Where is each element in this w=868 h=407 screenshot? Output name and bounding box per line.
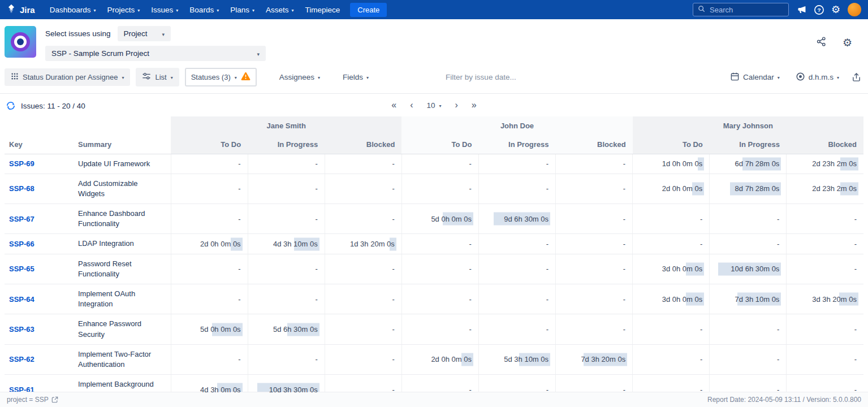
page-size-select[interactable]: 10 ▾	[426, 101, 441, 110]
next-page-button[interactable]: ›	[455, 101, 458, 110]
empty-duration: -	[392, 355, 394, 363]
column-header-key[interactable]: Key	[5, 135, 74, 154]
refresh-icon[interactable]	[6, 101, 16, 111]
header-corner	[5, 116, 171, 135]
report-type-select[interactable]: Status Duration per Assignee ▾	[5, 68, 130, 86]
duration-value: 7d 3h 20m 0s	[581, 355, 625, 363]
issue-summary: Update UI Framework	[74, 154, 171, 174]
issue-source-select[interactable]: Project ▾	[118, 26, 171, 41]
duration-cell: 3d 3h 20m 0s	[787, 284, 863, 314]
duration-cell: -	[171, 204, 248, 234]
issue-key-link[interactable]: SSP-63	[9, 325, 34, 334]
empty-duration: -	[315, 265, 317, 273]
duration-cell: -	[325, 174, 401, 204]
issue-key-link[interactable]: SSP-64	[9, 295, 34, 304]
duration-format-select[interactable]: d.h.m.s ▾	[792, 68, 843, 86]
first-page-button[interactable]: «	[391, 101, 396, 110]
report-settings-gear-icon[interactable]: ⚙	[843, 37, 852, 48]
issue-key-link[interactable]: SSP-67	[9, 215, 34, 223]
top-navigation: Jira Dashboards▾Projects▾Issues▾Boards▾P…	[0, 0, 868, 19]
issue-key-cell: SSP-67	[5, 204, 74, 234]
chevron-down-icon: ▾	[137, 8, 140, 13]
duration-value: 2d 0h 0m 0s	[200, 240, 241, 248]
duration-value: 2d 23h 2m 0s	[812, 159, 857, 168]
duration-cell: -	[171, 284, 248, 314]
issue-key-link[interactable]: SSP-68	[9, 184, 34, 193]
column-header-mary-johnson-in-progress[interactable]: In Progress	[710, 135, 787, 154]
calendar-select[interactable]: Calendar ▾	[727, 68, 783, 86]
report-toolbar: Status Duration per Assignee ▾ List ▾ St…	[0, 64, 868, 94]
empty-duration: -	[546, 159, 549, 168]
column-header-john-doe-in-progress[interactable]: In Progress	[478, 135, 555, 154]
duration-value: 7d 3h 10m 0s	[735, 295, 780, 304]
issue-key-link[interactable]: SSP-62	[9, 355, 34, 363]
chevron-down-icon: ▾	[439, 103, 442, 109]
statuses-filter[interactable]: Statuses (3) ▾	[185, 68, 257, 86]
duration-cell: -	[248, 204, 325, 234]
column-header-jane-smith-blocked[interactable]: Blocked	[325, 135, 401, 154]
brand-name: Jira	[20, 5, 35, 15]
external-link-icon[interactable]	[51, 396, 58, 403]
empty-duration: -	[392, 215, 394, 223]
fields-select[interactable]: Fields ▾	[339, 70, 372, 85]
settings-gear-icon[interactable]: ⚙	[827, 0, 844, 19]
nav-item-dashboards[interactable]: Dashboards▾	[44, 0, 102, 19]
empty-duration: -	[315, 355, 317, 363]
nav-item-timepiece[interactable]: Timepiece	[299, 0, 346, 19]
global-search[interactable]	[693, 3, 789, 16]
duration-cell: -	[401, 314, 478, 344]
issue-key-link[interactable]: SSP-65	[9, 265, 34, 273]
create-button[interactable]: Create	[350, 3, 387, 17]
nav-item-plans[interactable]: Plans▾	[224, 0, 260, 19]
nav-item-issues[interactable]: Issues▾	[145, 0, 184, 19]
column-header-mary-johnson-blocked[interactable]: Blocked	[787, 135, 863, 154]
issue-date-filter-input[interactable]: Filter by issue date...	[446, 73, 516, 81]
issue-key-link[interactable]: SSP-66	[9, 240, 34, 248]
project-select[interactable]: SSP - Sample Scrum Project ▾	[45, 46, 266, 61]
chevron-down-icon: ▾	[122, 75, 124, 80]
duration-value: 4d 3h 10m 0s	[273, 240, 318, 248]
issue-summary: Implement OAuth Integration	[74, 284, 171, 314]
empty-duration: -	[777, 240, 779, 248]
duration-value: 5d 0h 0m 0s	[431, 215, 472, 223]
nav-item-boards[interactable]: Boards▾	[184, 0, 224, 19]
empty-duration: -	[469, 295, 472, 304]
chevron-down-icon: ▾	[366, 75, 369, 80]
user-avatar[interactable]	[848, 3, 861, 16]
duration-cell: -	[478, 154, 555, 174]
last-page-button[interactable]: »	[472, 101, 477, 110]
duration-value: 5d 6h 30m 0s	[273, 325, 318, 334]
empty-duration: -	[623, 215, 625, 223]
issue-key-cell: SSP-64	[5, 284, 74, 314]
announcements-icon[interactable]	[793, 0, 810, 19]
duration-cell: 2d 23h 2m 0s	[787, 154, 863, 174]
nav-item-projects[interactable]: Projects▾	[102, 0, 146, 19]
help-icon[interactable]: ?	[810, 0, 827, 19]
warning-icon	[241, 72, 251, 83]
column-header-john-doe-to-do[interactable]: To Do	[401, 135, 478, 154]
empty-duration: -	[315, 184, 317, 193]
share-icon[interactable]	[816, 36, 827, 49]
view-mode-select[interactable]: List ▾	[136, 68, 179, 86]
svg-text:?: ?	[817, 7, 821, 13]
duration-cell: -	[325, 204, 401, 234]
sliders-icon	[142, 72, 151, 83]
chevron-down-icon: ▾	[778, 75, 780, 80]
assignees-filter[interactable]: Assignees ▾	[276, 70, 323, 85]
export-icon[interactable]	[852, 72, 861, 82]
column-header-jane-smith-in-progress[interactable]: In Progress	[248, 135, 325, 154]
column-header-summary[interactable]: Summary	[74, 135, 171, 154]
column-header-mary-johnson-to-do[interactable]: To Do	[633, 135, 710, 154]
search-icon	[698, 5, 705, 15]
prev-page-button[interactable]: ‹	[410, 101, 413, 110]
jira-logo[interactable]: Jira	[6, 3, 35, 16]
empty-duration: -	[623, 240, 625, 248]
column-header-john-doe-blocked[interactable]: Blocked	[556, 135, 633, 154]
column-header-jane-smith-to-do[interactable]: To Do	[171, 135, 248, 154]
issue-row-ssp-69: SSP-69Update UI Framework------1d 0h 0m …	[5, 154, 863, 174]
nav-item-assets[interactable]: Assets▾	[260, 0, 300, 19]
search-input[interactable]	[709, 5, 784, 15]
duration-cell: 8d 7h 28m 0s	[710, 174, 787, 204]
issue-key-link[interactable]: SSP-69	[9, 159, 34, 168]
duration-value: 4d 3h 0m 0s	[200, 386, 241, 394]
